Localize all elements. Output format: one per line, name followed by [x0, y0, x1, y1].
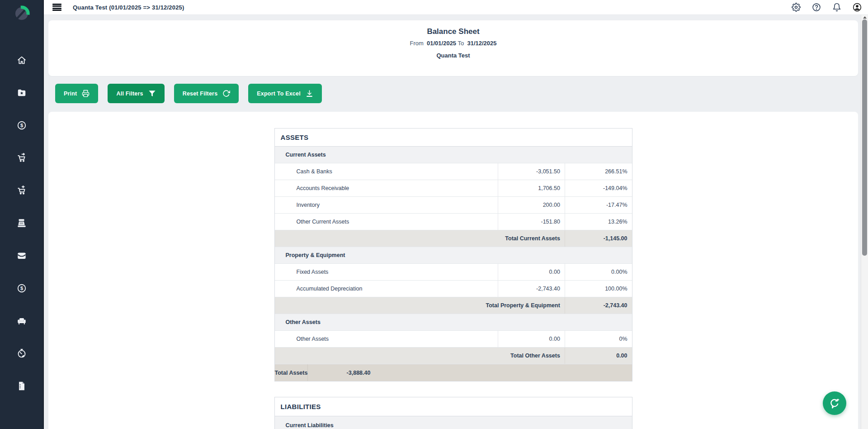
assets-table: ASSETS Current Assets Cash & Banks -3,05…	[274, 128, 632, 381]
menu-icon[interactable]	[52, 4, 61, 11]
report-card: ASSETS Current Assets Cash & Banks -3,05…	[48, 112, 858, 429]
main-area: Quanta Test (01/01/2025 => 31/12/2025)	[43, 0, 868, 429]
row-label: Fixed Assets	[275, 264, 499, 280]
report-company: Quanta Test	[48, 52, 858, 59]
total-value: -1,145.00	[565, 230, 632, 247]
svg-text:$: $	[20, 286, 23, 291]
invoice-file-icon[interactable]	[17, 381, 27, 391]
row-amount: -3,051.50	[498, 163, 565, 180]
reset-filters-button[interactable]: Reset Filters	[174, 84, 239, 103]
section-header: Other Assets	[275, 314, 632, 331]
section-header: Current Liabilities	[275, 416, 632, 429]
page-title: Quanta Test (01/01/2025 => 31/12/2025)	[73, 4, 184, 11]
reset-filters-label: Reset Filters	[183, 91, 218, 97]
all-filters-button[interactable]: All Filters	[108, 84, 164, 103]
filter-icon	[148, 90, 156, 97]
row-percent: -17.47%	[565, 197, 632, 213]
vertical-scrollbar[interactable]	[861, 15, 868, 429]
assets-header: ASSETS	[275, 129, 632, 147]
all-filters-label: All Filters	[116, 91, 143, 97]
section-total-row: Total Other Assets 0.00	[275, 348, 632, 364]
row-percent: 0%	[565, 331, 632, 347]
row-percent: 266.51%	[565, 163, 632, 180]
app-window: $ $	[0, 0, 868, 429]
section-total-row: Total Property & Equipment -2,743.40	[275, 297, 632, 314]
row-label: Other Assets	[275, 331, 499, 347]
toolbar: Print All Filters Reset Filters Export T…	[55, 84, 858, 103]
table-row: Other Assets 0.00 0%	[275, 331, 632, 348]
grand-total-row: Total Assets -3,888.40	[275, 364, 632, 381]
row-label: Other Current Assets	[275, 214, 499, 230]
wallet-icon[interactable]	[17, 251, 27, 261]
row-percent: 0.00%	[565, 264, 632, 280]
print-button[interactable]: Print	[55, 84, 98, 103]
sidebar: $ $	[0, 0, 43, 429]
cart-add-icon[interactable]	[17, 186, 27, 195]
report-header-card: Balance Sheet From 01/01/2025 To 31/12/2…	[48, 20, 858, 76]
export-excel-label: Export To Excel	[257, 91, 301, 97]
dollar-circle-icon[interactable]: $	[17, 120, 27, 130]
reset-icon	[222, 90, 230, 97]
table-row: Fixed Assets 0.00 0.00%	[275, 264, 632, 281]
settings-icon[interactable]	[792, 3, 801, 12]
cash-register-icon[interactable]	[17, 218, 27, 228]
row-amount: 0.00	[498, 264, 565, 280]
from-date: 01/01/2025	[427, 40, 456, 47]
grand-total-value: -3,888.40	[308, 364, 375, 381]
assistant-refresh-sparkle-icon	[829, 397, 840, 409]
cart-out-icon[interactable]	[17, 153, 27, 163]
help-icon[interactable]	[812, 3, 821, 12]
print-label: Print	[64, 91, 77, 97]
table-row: Accumulated Depreciation -2,743.40 100.0…	[275, 281, 632, 297]
report-title: Balance Sheet	[48, 27, 858, 36]
account-icon[interactable]	[853, 3, 862, 12]
assistant-fab-button[interactable]	[823, 391, 846, 415]
liabilities-header: LIABILITIES	[275, 397, 632, 416]
total-value: -2,743.40	[565, 297, 632, 314]
total-label: Total Property & Equipment	[275, 297, 565, 314]
table-row: Other Current Assets -151.80 13.26%	[275, 214, 632, 230]
content: Balance Sheet From 01/01/2025 To 31/12/2…	[44, 15, 868, 429]
scrollbar-thumb[interactable]	[862, 19, 867, 256]
section-header: Property & Equipment	[275, 247, 632, 264]
grand-total-label: Total Assets	[275, 364, 308, 381]
download-icon	[306, 90, 313, 97]
notifications-icon[interactable]	[832, 3, 841, 12]
to-date: 31/12/2025	[467, 40, 496, 47]
from-label: From	[410, 40, 423, 47]
total-label: Total Other Assets	[275, 348, 565, 364]
row-label: Accumulated Depreciation	[275, 281, 499, 297]
scroll-up-arrow-icon[interactable]	[863, 16, 867, 19]
liabilities-table: LIABILITIES Current Liabilities	[274, 397, 632, 429]
row-percent: 13.26%	[565, 214, 632, 230]
to-label: To	[458, 40, 464, 47]
table-row: Cash & Banks -3,051.50 266.51%	[275, 163, 632, 180]
total-label: Total Current Assets	[275, 230, 565, 247]
topbar-actions	[792, 3, 862, 12]
home-icon[interactable]	[17, 55, 27, 65]
section-total-row: Total Current Assets -1,145.00	[275, 230, 632, 247]
export-excel-button[interactable]: Export To Excel	[248, 84, 322, 103]
row-amount: 1,706.50	[498, 180, 565, 196]
row-label: Accounts Receivable	[275, 180, 499, 196]
row-percent: -149.04%	[565, 180, 632, 196]
quanta-logo-icon	[12, 4, 32, 25]
section-header: Current Assets	[275, 147, 632, 163]
svg-text:$: $	[20, 123, 23, 128]
money-circle-icon[interactable]: $	[17, 283, 27, 293]
row-percent: 100.00%	[565, 281, 632, 297]
armchair-icon[interactable]	[17, 316, 27, 326]
report-date-range: From 01/01/2025 To 31/12/2025	[48, 40, 858, 47]
sidebar-nav: $ $	[17, 55, 27, 391]
row-amount: -2,743.40	[498, 281, 565, 297]
printer-icon	[82, 90, 90, 97]
table-row: Inventory 200.00 -17.47%	[275, 197, 632, 214]
timer-icon[interactable]	[17, 348, 27, 358]
folder-star-icon[interactable]	[17, 88, 27, 98]
row-amount: 0.00	[498, 331, 565, 347]
row-amount: 200.00	[498, 197, 565, 213]
row-label: Cash & Banks	[275, 163, 499, 180]
row-amount: -151.80	[498, 214, 565, 230]
topbar: Quanta Test (01/01/2025 => 31/12/2025)	[44, 0, 868, 15]
table-row: Accounts Receivable 1,706.50 -149.04%	[275, 180, 632, 197]
